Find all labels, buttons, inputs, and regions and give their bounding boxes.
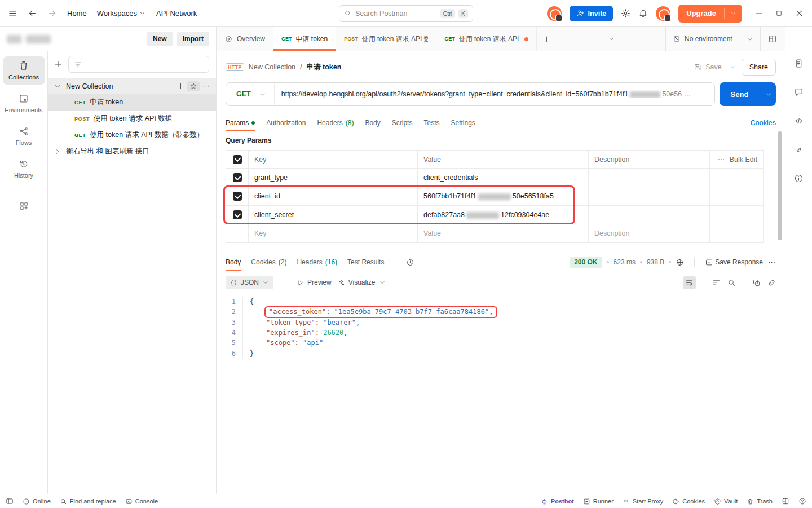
statusbar-trash[interactable]: Trash [747, 498, 773, 505]
info-icon[interactable] [794, 174, 804, 183]
param-key[interactable]: grant_type [249, 169, 418, 187]
settings-gear-icon[interactable] [621, 8, 630, 18]
notifications-bell-icon[interactable] [638, 8, 648, 18]
param-key[interactable]: client_secret [249, 206, 418, 224]
request-tab-authorization[interactable]: Authorization [266, 113, 306, 133]
share-response-link-icon[interactable] [767, 278, 776, 286]
param-description[interactable] [589, 169, 710, 187]
save-response-button[interactable]: Save Response [705, 258, 763, 267]
scrollbar-thumb[interactable] [778, 131, 782, 240]
nav-api-network[interactable]: API Network [156, 9, 197, 17]
cookies-link[interactable]: Cookies [751, 119, 776, 127]
nav-workspaces[interactable]: Workspaces [97, 9, 146, 17]
tree-collection-row[interactable]: 衡石导出 和 图表刷新 接口 [48, 143, 216, 160]
wrap-lines-icon[interactable] [683, 276, 696, 289]
param-key[interactable]: client_id [249, 187, 418, 206]
param-value[interactable]: client_credentials [418, 169, 589, 187]
breadcrumb-collection[interactable]: New Collection [249, 63, 295, 71]
related-requests-icon[interactable] [794, 145, 804, 154]
collection-more-icon[interactable] [202, 82, 210, 90]
param-checkbox[interactable] [233, 192, 242, 201]
param-description[interactable] [589, 187, 710, 206]
team-avatar[interactable] [547, 6, 562, 21]
response-format-selector[interactable]: JSON [226, 276, 273, 289]
response-size[interactable]: 938 B [647, 258, 664, 266]
favorite-star-icon[interactable] [189, 82, 197, 90]
param-value[interactable]: defab827aa812fc09304e4ae [418, 206, 589, 224]
tab-使用 token 请求 API 数[interactable]: POST使用 token 请求 API 数 [336, 27, 436, 51]
tab-使用 token 请求 API 数据[interactable]: GET使用 token 请求 API 数据 [436, 27, 537, 51]
empty-description-placeholder[interactable]: Description [589, 224, 710, 243]
sidebar-item-collections[interactable]: Collections [3, 56, 45, 85]
param-checkbox[interactable] [233, 173, 242, 182]
send-button[interactable]: Send [720, 82, 776, 106]
tab-overview[interactable]: Overview [217, 27, 273, 51]
chevron-down-icon[interactable] [54, 82, 61, 90]
method-selector[interactable]: GET [226, 90, 274, 98]
response-history-icon[interactable] [406, 258, 414, 267]
tab-overflow-chevron-icon[interactable] [607, 35, 615, 43]
search-input[interactable]: Search Postman Ctrl K [339, 5, 473, 22]
new-tab-icon[interactable] [542, 34, 551, 43]
add-request-icon[interactable] [176, 82, 185, 90]
copy-response-icon[interactable] [752, 278, 761, 286]
statusbar-cookies[interactable]: Cookies [672, 498, 705, 505]
visualize-button[interactable]: Visualize [337, 279, 386, 286]
statusbar-find-and-replace[interactable]: Find and replace [60, 498, 116, 505]
statusbar-vault[interactable]: Vault [714, 498, 738, 505]
bulk-edit-button[interactable]: Bulk Edit [716, 156, 757, 164]
save-chevron-icon[interactable] [729, 64, 736, 71]
documentation-icon[interactable] [794, 59, 804, 68]
param-checkbox[interactable] [233, 210, 242, 219]
import-button[interactable]: Import [177, 32, 209, 46]
select-all-checkbox[interactable] [233, 155, 242, 164]
split-pane-icon[interactable] [782, 497, 789, 505]
sidebar-item-flows[interactable]: Flows [3, 122, 45, 150]
statusbar-start-proxy[interactable]: Start Proxy [623, 498, 663, 505]
request-tab-settings[interactable]: Settings [451, 113, 475, 133]
comments-icon[interactable] [794, 87, 804, 97]
tree-request-row[interactable]: GET申请 token [48, 94, 216, 111]
environment-quick-look-icon[interactable] [760, 27, 785, 51]
request-tab-tests[interactable]: Tests [423, 113, 439, 133]
response-tab-body[interactable]: Body [226, 251, 241, 273]
url-input[interactable]: https://develop.hengshi.org/api/oauth2/s… [275, 90, 714, 98]
response-more-icon[interactable] [767, 258, 776, 267]
empty-key-placeholder[interactable]: Key [249, 224, 418, 243]
toggle-sidebar-icon[interactable] [6, 497, 14, 505]
search-response-icon[interactable] [727, 278, 736, 286]
user-avatar[interactable] [656, 6, 670, 21]
empty-value-placeholder[interactable]: Value [418, 224, 589, 243]
tree-request-row[interactable]: POST使用 token 请求 API 数据 [48, 111, 216, 127]
response-time[interactable]: 623 ms [614, 258, 636, 266]
response-tab-cookies[interactable]: Cookies(2) [251, 251, 286, 273]
code-snippet-icon[interactable] [794, 116, 804, 126]
sidebar-item-environments[interactable]: Environments [3, 89, 45, 117]
environment-selector[interactable]: No environment [665, 27, 760, 51]
statusbar-postbot[interactable]: Postbot [541, 498, 574, 505]
tree-collection-row[interactable]: New Collection [48, 78, 216, 94]
upgrade-button[interactable]: Upgrade [678, 5, 742, 23]
upgrade-chevron-icon[interactable] [725, 5, 742, 23]
new-button[interactable]: New [147, 32, 173, 46]
param-value[interactable]: 560f7bb1b71f4f150e56518fa5 [418, 187, 589, 206]
invite-button[interactable]: Invite [570, 6, 614, 21]
statusbar-runner[interactable]: Runner [583, 498, 614, 505]
statusbar-online[interactable]: Online [23, 498, 51, 505]
main-menu-icon[interactable] [8, 8, 17, 18]
save-button[interactable]: Save [694, 63, 736, 72]
back-icon[interactable] [28, 8, 37, 18]
window-maximize-icon[interactable] [775, 9, 783, 17]
status-badge[interactable]: 200 OK [570, 257, 602, 268]
response-tab-test-results[interactable]: Test Results [347, 251, 384, 273]
response-body-json[interactable]: 1{2"access_token": "1ea5e9ba-79c7-4703-b… [217, 292, 785, 494]
request-tab-scripts[interactable]: Scripts [392, 113, 413, 133]
request-tab-body[interactable]: Body [365, 113, 380, 133]
beautify-icon[interactable] [712, 278, 721, 286]
configure-sidebar-icon[interactable] [19, 201, 29, 211]
help-icon[interactable] [798, 497, 806, 505]
param-description[interactable] [589, 206, 710, 224]
breadcrumb-request-name[interactable]: 申请 token [307, 63, 342, 72]
nav-home[interactable]: Home [67, 9, 87, 17]
preview-button[interactable]: Preview [297, 279, 332, 286]
